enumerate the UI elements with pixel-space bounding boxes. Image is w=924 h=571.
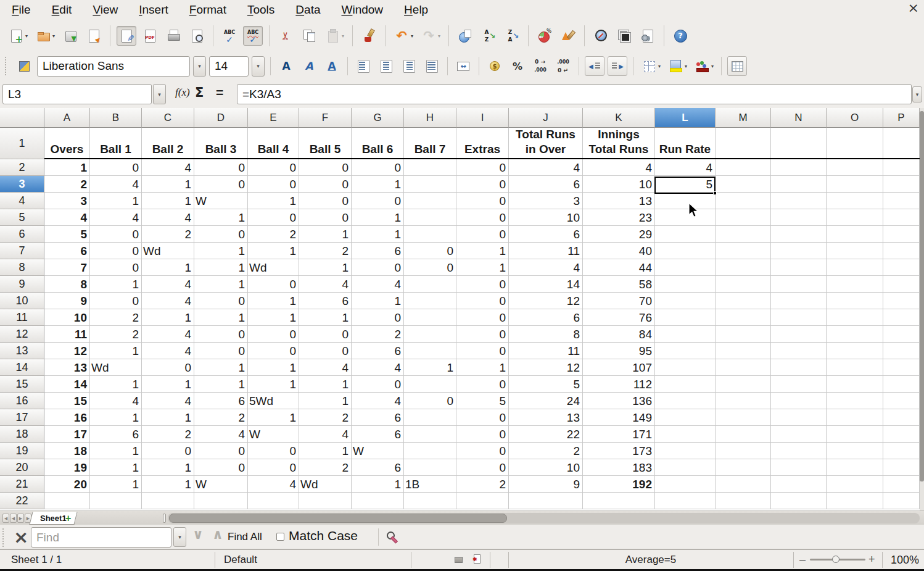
cell-B16[interactable]: 4 <box>90 393 142 409</box>
cell-L7[interactable] <box>655 243 716 259</box>
cell-L11[interactable] <box>655 309 716 326</box>
cell-D3[interactable]: 0 <box>194 176 248 193</box>
cell-M5[interactable] <box>716 209 771 226</box>
zoom-slider[interactable] <box>810 559 865 561</box>
cell-D21[interactable]: W <box>194 476 248 493</box>
cell-E16[interactable]: 5Wd <box>248 393 299 409</box>
redo-dropdown-icon[interactable]: ▾ <box>438 33 440 39</box>
cell-H13[interactable] <box>404 343 456 359</box>
match-case-checkbox[interactable] <box>276 533 284 541</box>
cell-G20[interactable]: 6 <box>352 459 404 476</box>
menu-view[interactable]: View <box>82 1 128 19</box>
cell-C6[interactable]: 2 <box>142 226 194 243</box>
underline-button[interactable] <box>322 56 342 76</box>
currency-button[interactable] <box>485 56 505 76</box>
cell-P12[interactable] <box>883 326 920 343</box>
cell-O9[interactable] <box>827 276 883 293</box>
column-header-B[interactable]: B <box>90 108 142 128</box>
align-right-button[interactable] <box>399 56 419 76</box>
cell-A8[interactable]: 7 <box>44 259 90 276</box>
cell-P10[interactable] <box>883 293 920 309</box>
cell-P4[interactable] <box>883 193 920 209</box>
cell-G7[interactable]: 6 <box>352 243 404 259</box>
row-header-20[interactable]: 20 <box>0 459 44 476</box>
cell-I14[interactable]: 1 <box>456 359 509 376</box>
new-document-dropdown-icon[interactable]: ▾ <box>25 33 28 39</box>
cell-K19[interactable]: 173 <box>583 443 655 459</box>
cell-H7[interactable]: 0 <box>404 243 456 259</box>
column-header-E[interactable]: E <box>248 108 299 128</box>
cell-O11[interactable] <box>827 309 883 326</box>
cell-A13[interactable]: 12 <box>44 343 90 359</box>
data-sources-button[interactable] <box>638 26 658 46</box>
find-all-button[interactable]: Find All <box>228 531 262 543</box>
cell-E8[interactable]: Wd <box>248 259 299 276</box>
cell-H14[interactable]: 1 <box>404 359 456 376</box>
cell-D19[interactable]: 0 <box>194 443 248 459</box>
cell-D20[interactable]: 0 <box>194 459 248 476</box>
cell-O2[interactable] <box>827 159 883 176</box>
row-header-22[interactable]: 22 <box>0 493 44 509</box>
cell-N16[interactable] <box>771 393 827 409</box>
cell-K20[interactable]: 183 <box>583 459 655 476</box>
cell-O16[interactable] <box>827 393 883 409</box>
row-header-2[interactable]: 2 <box>0 159 44 176</box>
cell-I13[interactable]: 0 <box>456 343 509 359</box>
toolbar-grip[interactable] <box>5 57 7 75</box>
cell-D13[interactable]: 0 <box>194 343 248 359</box>
cell-F7[interactable]: 2 <box>299 243 352 259</box>
cell-M4[interactable] <box>716 193 771 209</box>
cell-C5[interactable]: 4 <box>142 209 194 226</box>
cell-I1[interactable]: Extras <box>456 128 509 158</box>
cell-K9[interactable]: 58 <box>583 276 655 293</box>
cell-J16[interactable]: 24 <box>509 393 583 409</box>
cell-D6[interactable]: 0 <box>194 226 248 243</box>
cell-C9[interactable]: 4 <box>142 276 194 293</box>
cell-I6[interactable]: 0 <box>456 226 509 243</box>
clone-formatting-button[interactable] <box>359 26 379 46</box>
cell-P20[interactable] <box>883 459 920 476</box>
cell-M10[interactable] <box>716 293 771 309</box>
row-header-11[interactable]: 11 <box>0 309 44 326</box>
insert-chart-button[interactable] <box>535 26 555 46</box>
cell-J21[interactable]: 9 <box>509 476 583 493</box>
cell-O10[interactable] <box>827 293 883 309</box>
cell-E10[interactable]: 1 <box>248 293 299 309</box>
cell-F3[interactable]: 0 <box>299 176 352 193</box>
open-dropdown-icon[interactable]: ▾ <box>52 33 55 39</box>
percent-button[interactable] <box>508 56 527 76</box>
row-header-9[interactable]: 9 <box>0 276 44 293</box>
cell-A4[interactable]: 3 <box>44 193 90 209</box>
cell-C18[interactable]: 2 <box>142 426 194 443</box>
row-header-12[interactable]: 12 <box>0 326 44 343</box>
cell-C20[interactable]: 1 <box>142 459 194 476</box>
cell-C15[interactable]: 1 <box>142 376 194 393</box>
cell-K3[interactable]: 10 <box>583 176 655 193</box>
cell-D9[interactable]: 1 <box>194 276 248 293</box>
cell-A15[interactable]: 14 <box>44 376 90 393</box>
cell-A9[interactable]: 8 <box>44 276 90 293</box>
cell-J2[interactable]: 4 <box>509 159 583 176</box>
cell-I5[interactable]: 0 <box>456 209 509 226</box>
cell-C13[interactable]: 4 <box>142 343 194 359</box>
cell-G17[interactable]: 6 <box>352 409 404 426</box>
cell-I11[interactable]: 0 <box>456 309 509 326</box>
expand-formula-bar-icon[interactable]: ▾ <box>912 86 922 102</box>
cell-P1[interactable] <box>883 128 920 158</box>
cell-F21[interactable]: Wd <box>299 476 352 493</box>
row-header-4[interactable]: 4 <box>0 193 44 209</box>
function-wizard-icon[interactable]: f(x) <box>175 86 190 99</box>
cell-N3[interactable] <box>771 176 827 193</box>
cell-H12[interactable] <box>404 326 456 343</box>
cell-C21[interactable]: 1 <box>142 476 194 493</box>
cell-K15[interactable]: 112 <box>583 376 655 393</box>
cell-L17[interactable] <box>655 409 716 426</box>
cell-O12[interactable] <box>827 326 883 343</box>
cell-styles-button[interactable] <box>14 56 34 76</box>
cell-O7[interactable] <box>827 243 883 259</box>
cell-M12[interactable] <box>716 326 771 343</box>
cell-O4[interactable] <box>827 193 883 209</box>
cell-O22[interactable] <box>827 493 883 509</box>
cell-D7[interactable]: 1 <box>194 243 248 259</box>
zoom-slider-thumb[interactable] <box>832 556 839 563</box>
